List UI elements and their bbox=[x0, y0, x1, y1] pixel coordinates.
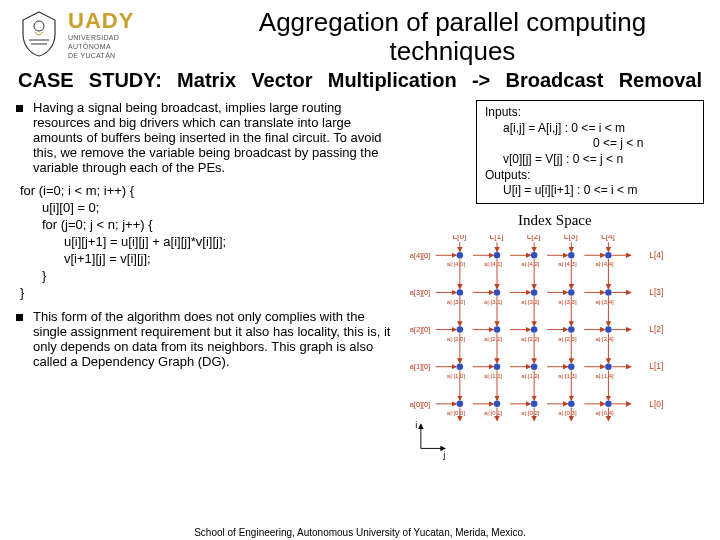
code-line: u[i][0] = 0; bbox=[42, 200, 396, 217]
svg-text:a|:[2,2]: a|:[2,2] bbox=[521, 335, 540, 341]
svg-text:L[4]: L[4] bbox=[601, 235, 615, 241]
svg-text:L[4]: L[4] bbox=[649, 250, 663, 260]
code-line: v[i+1][j] = v[i][j]; bbox=[64, 251, 396, 268]
svg-point-37 bbox=[493, 289, 500, 296]
svg-text:a[3][0]: a[3][0] bbox=[409, 288, 430, 297]
logo-sub2: AUTÓNOMA bbox=[68, 43, 134, 50]
svg-text:L[1]: L[1] bbox=[489, 235, 503, 241]
svg-text:L[0]: L[0] bbox=[649, 398, 663, 408]
logo-text: UADY UNIVERSIDAD AUTÓNOMA DE YUCATÁN bbox=[68, 10, 134, 59]
footer: School of Engineering, Autonomous Univer… bbox=[0, 527, 720, 538]
svg-point-83 bbox=[493, 363, 500, 370]
svg-text:a|:[4,2]: a|:[4,2] bbox=[521, 261, 540, 267]
svg-text:L[2]: L[2] bbox=[649, 324, 663, 334]
logo-acronym: UADY bbox=[68, 10, 134, 32]
emblem-icon bbox=[16, 8, 62, 60]
header: UADY UNIVERSIDAD AUTÓNOMA DE YUCATÁN Agg… bbox=[16, 8, 704, 65]
svg-point-95 bbox=[605, 363, 612, 370]
io-line: 0 <= j < n bbox=[593, 136, 695, 152]
svg-text:a|:[2,0]: a|:[2,0] bbox=[447, 335, 466, 341]
svg-point-16 bbox=[531, 252, 537, 258]
svg-text:a|:[1,4]: a|:[1,4] bbox=[595, 373, 614, 379]
logo-sub3: DE YUCATÁN bbox=[68, 52, 134, 59]
svg-point-60 bbox=[493, 326, 500, 333]
svg-point-122 bbox=[605, 400, 612, 407]
svg-text:a|:[0,3]: a|:[0,3] bbox=[558, 410, 577, 416]
svg-text:a|:[4,4]: a|:[4,4] bbox=[595, 261, 614, 267]
svg-point-68 bbox=[568, 326, 575, 333]
svg-text:a|:[0,1]: a|:[0,1] bbox=[484, 410, 503, 416]
index-space-label: Index Space bbox=[406, 212, 704, 229]
svg-text:a|:[4,0]: a|:[4,0] bbox=[447, 261, 466, 267]
svg-text:a|:[2,4]: a|:[2,4] bbox=[595, 335, 614, 341]
svg-point-21 bbox=[568, 252, 575, 258]
bullet-icon bbox=[16, 105, 23, 112]
svg-text:a|:[3,1]: a|:[3,1] bbox=[484, 298, 503, 304]
right-column: Inputs: a[i,j] = A[i,j] : 0 <= i < m 0 <… bbox=[406, 100, 704, 467]
svg-point-11 bbox=[493, 252, 500, 258]
svg-text:L[0]: L[0] bbox=[452, 235, 466, 241]
svg-point-72 bbox=[605, 326, 612, 333]
io-line: v[0][j] = V[j] : 0 <= j < n bbox=[503, 152, 695, 168]
svg-text:a|:[2,3]: a|:[2,3] bbox=[558, 335, 577, 341]
svg-text:L[3]: L[3] bbox=[564, 235, 578, 241]
svg-point-87 bbox=[531, 363, 537, 370]
logo-block: UADY UNIVERSIDAD AUTÓNOMA DE YUCATÁN bbox=[16, 8, 191, 60]
left-column: Having a signal being broadcast, implies… bbox=[16, 100, 396, 467]
svg-point-79 bbox=[456, 363, 463, 370]
logo-sub1: UNIVERSIDAD bbox=[68, 34, 134, 41]
svg-text:a[4][0]: a[4][0] bbox=[409, 251, 430, 260]
bullet-icon bbox=[16, 314, 23, 321]
svg-text:a|:[3,3]: a|:[3,3] bbox=[558, 298, 577, 304]
svg-point-49 bbox=[605, 289, 612, 296]
code-line: } bbox=[42, 268, 396, 285]
axis-j-label: j bbox=[442, 449, 445, 459]
io-line: a[i,j] = A[i,j] : 0 <= i < m bbox=[503, 121, 695, 137]
code-line: u[i][j+1] = u[i][j] + a[i][j]*v[i][j]; bbox=[64, 234, 396, 251]
svg-point-33 bbox=[456, 289, 463, 296]
io-inputs-header: Inputs: bbox=[485, 105, 695, 121]
svg-text:a[0][0]: a[0][0] bbox=[409, 399, 430, 408]
svg-text:a|:[1,1]: a|:[1,1] bbox=[484, 373, 503, 379]
bullet-1: Having a signal being broadcast, implies… bbox=[16, 100, 396, 175]
code-line: for (j=0; j < n; j++) { bbox=[42, 217, 396, 234]
io-line: U[i] = u[i][i+1] : 0 <= i < m bbox=[503, 183, 695, 199]
dependency-graph: a[4][0]L[4]L[0]a|:[4,0]L[1]a|:[4,1]L[2]a… bbox=[406, 235, 666, 465]
code-block: for (i=0; i < m; i++) { u[i][0] = 0; for… bbox=[20, 183, 396, 301]
page-title: Aggregation of parallel computing techni… bbox=[201, 8, 704, 65]
bullet-1-text: Having a signal being broadcast, implies… bbox=[33, 100, 396, 175]
svg-text:a|:[4,3]: a|:[4,3] bbox=[558, 261, 577, 267]
svg-text:a|:[2,1]: a|:[2,1] bbox=[484, 335, 503, 341]
svg-point-64 bbox=[531, 326, 537, 333]
svg-point-0 bbox=[34, 21, 44, 31]
svg-text:L[3]: L[3] bbox=[649, 287, 663, 297]
svg-point-117 bbox=[568, 400, 575, 407]
svg-text:L[2]: L[2] bbox=[526, 235, 540, 241]
code-line: } bbox=[20, 285, 396, 302]
subtitle: CASE STUDY: Matrix Vector Multiplication… bbox=[16, 69, 704, 92]
content: Having a signal being broadcast, implies… bbox=[16, 100, 704, 467]
axis-i-label: i bbox=[415, 420, 417, 430]
svg-text:a[1][0]: a[1][0] bbox=[409, 362, 430, 371]
svg-point-107 bbox=[493, 400, 500, 407]
svg-text:a|:[0,2]: a|:[0,2] bbox=[521, 410, 540, 416]
svg-text:a|:[0,4]: a|:[0,4] bbox=[595, 410, 614, 416]
svg-text:a|:[3,0]: a|:[3,0] bbox=[447, 298, 466, 304]
svg-point-56 bbox=[456, 326, 463, 333]
svg-text:L[1]: L[1] bbox=[649, 361, 663, 371]
svg-point-112 bbox=[531, 400, 537, 407]
svg-text:a|:[0,0]: a|:[0,0] bbox=[447, 410, 466, 416]
io-outputs-header: Outputs: bbox=[485, 168, 695, 184]
svg-text:a|:[3,4]: a|:[3,4] bbox=[595, 298, 614, 304]
svg-text:a|:[1,3]: a|:[1,3] bbox=[558, 373, 577, 379]
svg-point-45 bbox=[568, 289, 575, 296]
svg-point-6 bbox=[456, 252, 463, 258]
svg-point-91 bbox=[568, 363, 575, 370]
code-line: for (i=0; i < m; i++) { bbox=[20, 183, 396, 200]
bullet-2-text: This form of the algorithm does not only… bbox=[33, 309, 396, 369]
svg-text:a|:[3,2]: a|:[3,2] bbox=[521, 298, 540, 304]
svg-point-102 bbox=[456, 400, 463, 407]
svg-text:a|:[1,2]: a|:[1,2] bbox=[521, 373, 540, 379]
svg-point-26 bbox=[605, 252, 612, 258]
svg-point-41 bbox=[531, 289, 537, 296]
